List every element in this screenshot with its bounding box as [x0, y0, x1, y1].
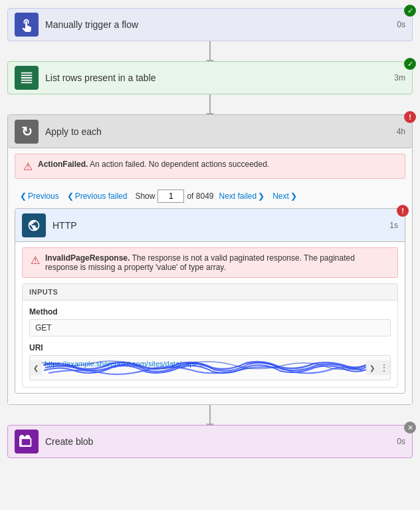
http-error-badge: ! [397, 205, 409, 217]
http-error-icon: ⚠ [31, 254, 40, 267]
step-apply-header[interactable]: ↻ Apply to each 4h ! [8, 115, 412, 148]
previous-button[interactable]: ❮ Previous [17, 190, 62, 202]
manual-trigger-success-badge: ✓ [404, 5, 416, 17]
arrow-2 [209, 94, 211, 114]
apply-each-title: Apply to each [45, 126, 391, 137]
http-error-bold: InvalidPageResponse. [45, 253, 130, 263]
uri-scroll-right-button[interactable]: ❯ [366, 360, 378, 375]
create-blob-time: 0s [397, 437, 405, 446]
previous-label: Previous [28, 191, 59, 201]
http-error-text: InvalidPageResponse. The response is not… [45, 253, 389, 272]
arrow-1 [209, 41, 211, 61]
uri-expand-button[interactable]: ⋮ [378, 360, 390, 375]
show-label: Show [135, 191, 155, 201]
http-error-banner: ⚠ InvalidPageResponse. The response is n… [22, 247, 398, 278]
list-rows-time: 3m [394, 73, 405, 82]
next-button[interactable]: Next ❯ [270, 190, 300, 202]
step-apply-each: ↻ Apply to each 4h ! ⚠ ActionFailed. An … [7, 114, 413, 405]
method-value: GET [29, 319, 391, 336]
apply-error-detail: An action failed. No dependent actions s… [88, 160, 269, 169]
create-blob-close-badge: ✕ [404, 422, 416, 434]
next-label: Next [272, 191, 289, 201]
next-failed-chevron-icon: ❯ [258, 191, 264, 201]
next-chevron-icon: ❯ [290, 191, 297, 201]
apply-error-icon: ⚠ [23, 160, 33, 173]
apply-each-error-badge: ! [404, 111, 416, 123]
http-title: HTTP [52, 220, 384, 231]
inputs-body: Method GET URI ❮ https://example.sharepo… [23, 301, 397, 387]
apply-each-time: 4h [397, 127, 405, 136]
apply-error-banner: ⚠ ActionFailed. An action failed. No dep… [15, 154, 405, 179]
arrow-3 [209, 405, 211, 425]
of-total-label: of 8049 [187, 191, 213, 201]
flow-container: Manually trigger a flow 0s ✓ List rows p… [0, 0, 420, 466]
step-list-rows: List rows present in a table 3m ✓ [7, 61, 413, 94]
inputs-header: INPUTS [23, 284, 397, 301]
create-blob-title: Create blob [45, 436, 391, 447]
step-manual-header[interactable]: Manually trigger a flow 0s ✓ [7, 8, 413, 41]
uri-label: URI [29, 343, 391, 352]
method-label: Method [29, 307, 391, 317]
step-http: HTTP 1s ! ⚠ InvalidPageResponse. The res… [15, 208, 405, 394]
manual-trigger-time: 0s [397, 20, 405, 29]
apply-error-text: ActionFailed. An action failed. No depen… [38, 160, 269, 169]
manual-trigger-title: Manually trigger a flow [45, 19, 391, 30]
previous-chevron-icon: ❮ [20, 191, 27, 201]
previous-failed-button[interactable]: ❮ Previous failed [64, 190, 130, 202]
list-rows-icon [15, 66, 39, 90]
http-header[interactable]: HTTP 1s ! [15, 209, 405, 242]
previous-failed-label: Previous failed [75, 191, 128, 201]
step-create-blob: Create blob 0s ✕ [7, 425, 413, 458]
create-blob-icon [15, 430, 39, 453]
uri-scroll-left-button[interactable]: ❮ [30, 360, 42, 375]
uri-content: https://example.sharepoint.com/sites/dat… [42, 358, 366, 377]
http-icon [22, 213, 46, 237]
list-rows-success-badge: ✓ [404, 58, 416, 70]
step-blob-header[interactable]: Create blob 0s ✕ [7, 425, 413, 458]
prev-failed-chevron-icon: ❮ [67, 191, 74, 201]
manual-trigger-icon [15, 13, 39, 37]
apply-each-icon: ↻ [15, 120, 39, 144]
step-list-rows-header[interactable]: List rows present in a table 3m ✓ [7, 61, 413, 94]
next-failed-button[interactable]: Next failed ❯ [216, 190, 267, 202]
page-input-group: Show of 8049 [135, 190, 213, 203]
page-number-input[interactable] [158, 190, 184, 203]
http-time: 1s [389, 221, 398, 230]
inputs-section: INPUTS Method GET URI ❮ https://example.… [22, 283, 398, 388]
pagination-bar: ❮ Previous ❮ Previous failed Show of 804… [15, 184, 405, 208]
http-body: ⚠ InvalidPageResponse. The response is n… [15, 242, 405, 393]
next-failed-label: Next failed [219, 191, 257, 201]
list-rows-title: List rows present in a table [45, 72, 389, 83]
apply-error-bold: ActionFailed. [38, 160, 88, 169]
step-manual: Manually trigger a flow 0s ✓ [7, 8, 413, 41]
uri-text: https://example.sharepoint.com/sites/dat… [45, 360, 203, 368]
uri-container: ❮ https://example.sharepoint.com/sites/d… [29, 355, 391, 380]
apply-body: ⚠ ActionFailed. An action failed. No dep… [8, 148, 412, 404]
